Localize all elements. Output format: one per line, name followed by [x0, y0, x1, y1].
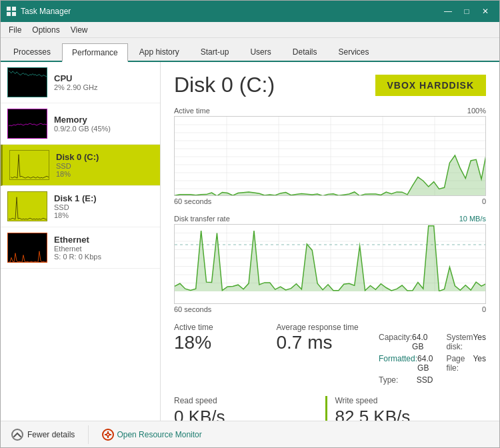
capacity-value: 64.0 GB [412, 333, 433, 351]
disk1-sub2: 18% [54, 211, 153, 219]
fewer-details-label: Fewer details [27, 430, 75, 439]
fewer-details-button[interactable]: Fewer details [11, 429, 75, 441]
stats-row: Active time 18% Average response time 0.… [174, 323, 486, 385]
cpu-mini-graph [7, 67, 47, 97]
footer: Fewer details Open Resource Monitor [1, 421, 499, 447]
ethernet-sub1: Ethernet [54, 245, 153, 253]
disk0-mini-graph [9, 150, 49, 180]
maximize-button[interactable]: □ [458, 5, 475, 18]
cpu-title: CPU [54, 73, 153, 83]
sidebar-item-ethernet[interactable]: Ethernet Ethernet S: 0 R: 0 Kbps [1, 227, 160, 269]
ethernet-sidebar-info: Ethernet Ethernet S: 0 R: 0 Kbps [54, 235, 153, 261]
chart2-label: Disk transfer rate [174, 215, 230, 223]
tab-users[interactable]: Users [240, 42, 281, 61]
disk0-sub2: 18% [56, 170, 153, 178]
detail-grid: Capacity: 64.0 GB System disk: Yes Forma… [379, 332, 486, 385]
system-disk-row: System disk: Yes [446, 332, 486, 352]
memory-title: Memory [54, 115, 153, 125]
read-speed-item: Read speed 0 KB/s [174, 396, 325, 421]
disk0-title: Disk 0 (C:) [56, 152, 153, 162]
svg-rect-3 [12, 12, 16, 16]
transfer-rate-chart-section: Disk transfer rate 10 MB/s 60 seconds 0 [174, 215, 486, 313]
avg-response-label: Average response time [277, 323, 359, 332]
tab-processes[interactable]: Processes [3, 42, 61, 61]
content-area: CPU 2% 2.90 GHz Memory 0.9/2.0 GB (45%) [1, 62, 499, 421]
write-speed-item: Write speed 82.5 KB/s [325, 396, 487, 421]
memory-sidebar-info: Memory 0.9/2.0 GB (45%) [54, 115, 153, 133]
open-resource-monitor-label: Open Resource Monitor [117, 430, 201, 439]
active-time-stat: Active time 18% [174, 323, 257, 385]
avg-response-value: 0.7 ms [277, 333, 359, 352]
main-header: Disk 0 (C:) VBOX HARDDISK [174, 73, 486, 97]
vbox-badge: VBOX HARDDISK [375, 75, 486, 96]
menu-view[interactable]: View [65, 24, 93, 36]
cpu-sidebar-info: CPU 2% 2.90 GHz [54, 73, 153, 91]
active-time-chart [174, 116, 486, 196]
cpu-subtitle: 2% 2.90 GHz [54, 83, 153, 91]
disk-main-title: Disk 0 (C:) [174, 73, 275, 97]
tab-startup[interactable]: Start-up [191, 42, 239, 61]
svg-rect-0 [7, 7, 11, 11]
read-speed-value: 0 KB/s [174, 407, 325, 421]
resource-monitor-icon [102, 429, 114, 441]
avg-response-stat: Average response time 0.7 ms [277, 323, 359, 385]
sidebar-item-disk0[interactable]: Disk 0 (C:) SSD 18% [1, 145, 160, 186]
speed-row: Read speed 0 KB/s Write speed 82.5 KB/s [174, 396, 486, 421]
page-file-row: Page file: Yes [446, 353, 486, 373]
chart2-label-row: Disk transfer rate 10 MB/s [174, 215, 486, 223]
page-file-value: Yes [473, 354, 486, 373]
transfer-rate-chart [174, 224, 486, 304]
formatted-label: Formatted: [379, 354, 417, 373]
capacity-row: Capacity: 64.0 GB [379, 332, 433, 352]
read-speed-label: Read speed [174, 396, 325, 405]
page-file-label: Page file: [446, 354, 473, 373]
active-time-chart-section: Active time 100% 60 seconds 0 [174, 107, 486, 205]
chart2-max: 10 MB/s [459, 215, 486, 223]
disk1-mini-graph [7, 191, 47, 221]
ethernet-sub2: S: 0 R: 0 Kbps [54, 253, 153, 261]
disk0-sidebar-info: Disk 0 (C:) SSD 18% [56, 152, 153, 178]
chart1-label-row: Active time 100% [174, 107, 486, 115]
minimize-button[interactable]: — [439, 5, 457, 18]
menu-options[interactable]: Options [27, 24, 65, 36]
disk1-sidebar-info: Disk 1 (E:) SSD 18% [54, 193, 153, 219]
menu-bar: File Options View [1, 22, 499, 38]
window-title: Task Manager [21, 7, 71, 16]
sidebar-item-cpu[interactable]: CPU 2% 2.90 GHz [1, 62, 160, 103]
chart1-label: Active time [174, 107, 210, 115]
disk1-title: Disk 1 (E:) [54, 193, 153, 203]
sidebar: CPU 2% 2.90 GHz Memory 0.9/2.0 GB (45%) [1, 62, 161, 421]
tab-app-history[interactable]: App history [129, 42, 189, 61]
tab-services[interactable]: Services [328, 42, 379, 61]
sidebar-item-disk1[interactable]: Disk 1 (E:) SSD 18% [1, 186, 160, 227]
app-icon [6, 6, 17, 17]
task-manager-window: Task Manager — □ ✕ File Options View Pro… [0, 0, 500, 448]
active-time-label: Active time [174, 323, 257, 332]
menu-file[interactable]: File [3, 24, 27, 36]
tab-details[interactable]: Details [283, 42, 327, 61]
capacity-label: Capacity: [379, 333, 412, 351]
memory-mini-graph [7, 109, 47, 139]
tab-performance[interactable]: Performance [62, 43, 128, 62]
chart2-time: 60 seconds [174, 305, 211, 313]
open-resource-monitor-link[interactable]: Open Resource Monitor [102, 429, 201, 441]
title-controls: — □ ✕ [439, 5, 494, 18]
tab-bar: Processes Performance App history Start-… [1, 38, 499, 62]
fewer-details-icon [11, 429, 23, 441]
close-button[interactable]: ✕ [477, 5, 494, 18]
type-label: Type: [379, 375, 398, 385]
svg-rect-1 [12, 7, 16, 11]
svg-rect-2 [7, 12, 11, 16]
chart1-bottom-row: 60 seconds 0 [174, 197, 486, 205]
disk0-sub1: SSD [56, 162, 153, 170]
system-disk-label: System disk: [446, 333, 473, 351]
write-speed-label: Write speed [335, 396, 487, 405]
disk1-sub1: SSD [54, 203, 153, 211]
chart2-bottom-row: 60 seconds 0 [174, 305, 486, 313]
sidebar-item-memory[interactable]: Memory 0.9/2.0 GB (45%) [1, 103, 160, 145]
chart1-time: 60 seconds [174, 197, 211, 205]
write-speed-value: 82.5 KB/s [335, 407, 487, 421]
memory-subtitle: 0.9/2.0 GB (45%) [54, 125, 153, 133]
active-time-value: 18% [174, 333, 257, 352]
svg-point-7 [107, 433, 109, 436]
